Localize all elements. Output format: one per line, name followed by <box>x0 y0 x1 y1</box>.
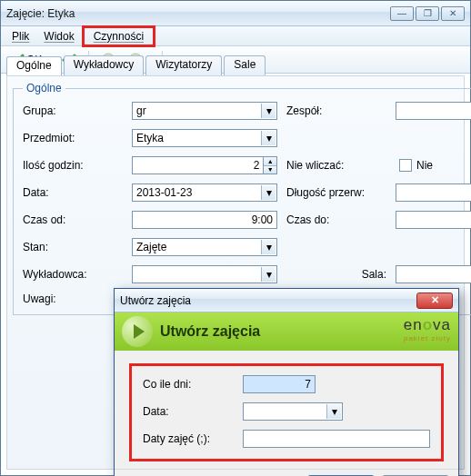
checkbox-icon[interactable] <box>399 159 412 172</box>
brand-sub: pakiet złoty <box>404 334 451 342</box>
fieldset-ogolne: Ogólne Grupa: gr ▾ Zespół: ▾ Przedmiot: … <box>13 82 471 315</box>
label-czasod: Czas od: <box>23 213 123 226</box>
title-bar: Zajęcie: Etyka — ❐ ✕ <box>1 1 470 26</box>
spinner-ilosc[interactable]: 2 ▲▼ <box>132 156 277 174</box>
value-data: 2013-01-23 <box>136 186 192 199</box>
select-data[interactable]: 2013-01-23 ▾ <box>132 183 277 202</box>
dialog-body: Co ile dni: 7 Data: ▾ Daty zajęć (;): <box>115 351 458 469</box>
value-czasod: 9:00 <box>252 213 273 226</box>
caret-down-icon: ▾ <box>261 185 276 200</box>
highlight-czynnosci: Czynności <box>82 25 155 47</box>
menu-czynnosci[interactable]: Czynności <box>85 28 153 45</box>
tab-ogolne[interactable]: Ogólne <box>6 56 62 76</box>
label-grupa: Grupa: <box>23 104 123 117</box>
menu-plik[interactable]: Plik <box>5 28 36 45</box>
menu-widok[interactable]: Widok <box>36 28 81 45</box>
value-stan: Zajęte <box>136 241 166 253</box>
caret-down-icon: ▾ <box>261 131 276 145</box>
input-dlugosc[interactable]: 0 <box>396 183 471 202</box>
tab-wizytatorzy[interactable]: Wizytatorzy <box>145 55 222 75</box>
select-dlg-data[interactable]: ▾ <box>243 402 343 421</box>
dialog-buttons: OK Anuluj <box>115 469 458 476</box>
label-dlg-data: Data: <box>143 405 243 418</box>
tab-strip: Ogólne Wykładowcy Wizytatorzy Sale <box>6 55 465 75</box>
label-wykladowca: Wykładowca: <box>23 268 123 281</box>
dialog-title-bar: Utwórz zajęcia ✕ <box>115 289 458 312</box>
brand-logo: enova pakiet złoty <box>404 316 451 342</box>
label-ilosc: Ilość godzin: <box>23 159 123 172</box>
minimize-button[interactable]: — <box>390 6 414 21</box>
dialog-banner: Utwórz zajęcia enova pakiet złoty <box>115 312 458 351</box>
label-dlugosc: Długość przerw: <box>286 186 386 199</box>
label-czasdo: Czas do: <box>286 213 386 226</box>
select-stan[interactable]: Zajęte ▾ <box>132 238 277 256</box>
label-daty: Daty zajęć (;): <box>143 432 243 445</box>
label-przedmiot: Przedmiot: <box>23 132 123 144</box>
value-przedmiot: Etyka <box>136 132 164 144</box>
value-coile: 7 <box>305 378 311 391</box>
label-zespol: Zespół: <box>286 104 386 117</box>
label-coile: Co ile dni: <box>143 378 243 391</box>
value-grupa: gr <box>136 104 146 117</box>
play-icon <box>122 316 153 347</box>
caret-down-icon: ▾ <box>261 267 276 282</box>
spinner-buttons[interactable]: ▲▼ <box>264 156 277 174</box>
input-czasdo[interactable]: 10:30 <box>396 211 471 229</box>
caret-down-icon: ▾ <box>261 104 276 118</box>
text-niewliczac: Nie <box>416 159 433 172</box>
select-grupa[interactable]: gr ▾ <box>132 102 277 120</box>
select-wykladowca[interactable]: ▾ <box>132 265 277 283</box>
tab-sale[interactable]: Sale <box>224 55 266 75</box>
select-przedmiot[interactable]: Etyka ▾ <box>132 129 277 147</box>
chevron-up-icon[interactable]: ▲ <box>264 157 276 166</box>
dialog-utworz-zajecia: Utwórz zajęcia ✕ Utwórz zajęcia enova pa… <box>114 288 459 476</box>
label-sala: Sala: <box>286 268 386 281</box>
label-niewliczac: Nie wliczać: <box>286 159 386 172</box>
tab-wykladowcy[interactable]: Wykładowcy <box>64 55 145 75</box>
chevron-down-icon[interactable]: ▼ <box>264 166 276 174</box>
checkbox-niewliczac[interactable]: Nie <box>396 156 471 174</box>
input-coile[interactable]: 7 <box>243 375 316 393</box>
menu-bar: Plik Widok Czynności <box>1 26 470 46</box>
window-title: Zajęcie: Etyka <box>6 7 390 20</box>
caret-down-icon: ▾ <box>261 240 276 254</box>
label-uwagi: Uwagi: <box>23 293 123 305</box>
input-czasod[interactable]: 9:00 <box>132 211 277 229</box>
select-zespol[interactable]: ▾ <box>396 102 471 120</box>
dialog-close-button[interactable]: ✕ <box>416 293 453 309</box>
window-buttons: — ❐ ✕ <box>390 6 465 21</box>
main-window: Zajęcie: Etyka — ❐ ✕ Plik Widok Czynnośc… <box>0 0 471 476</box>
select-sala[interactable]: ▾ <box>396 265 471 283</box>
highlight-dialog-fields: Co ile dni: 7 Data: ▾ Daty zajęć (;): <box>129 363 444 461</box>
caret-down-icon: ▾ <box>326 404 341 419</box>
value-ilosc[interactable]: 2 <box>132 156 264 174</box>
dialog-banner-text: Utwórz zajęcia <box>160 323 260 340</box>
dialog-title: Utwórz zajęcia <box>120 294 416 307</box>
close-button[interactable]: ✕ <box>441 6 465 21</box>
label-stan: Stan: <box>23 241 123 253</box>
label-data: Data: <box>23 186 123 199</box>
input-daty[interactable] <box>243 430 430 448</box>
maximize-button[interactable]: ❐ <box>416 6 439 21</box>
legend-ogolne: Ogólne <box>23 82 65 94</box>
